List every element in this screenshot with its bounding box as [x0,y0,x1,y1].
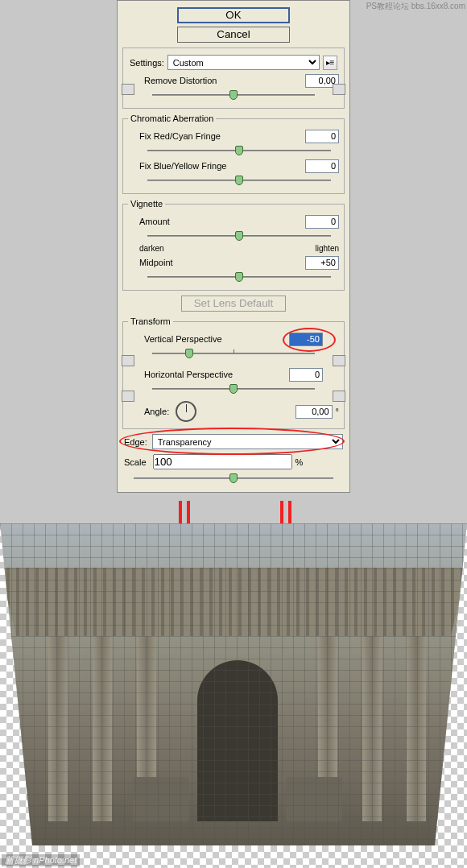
settings-group: Settings: Custom ▸≡ Remove Distortion [122,48,345,109]
vpersp-left-icon [122,355,134,366]
settings-label: Settings: [130,58,164,68]
lens-correction-dialog: OK Cancel Settings: Custom ▸≡ Remove Dis… [117,0,350,493]
vignette-midpoint-label: Midpoint [139,258,173,267]
chromatic-legend: Chromatic Aberration [128,114,216,123]
set-lens-default-button: Set Lens Default [181,296,286,312]
ok-button[interactable]: OK [177,7,290,23]
vertical-perspective-slider[interactable] [144,348,323,359]
vignette-amount-slider[interactable] [139,230,339,242]
fix-blue-yellow-input[interactable] [305,159,339,173]
vertical-perspective-label: Vertical Perspective [144,334,222,344]
vpersp-right-icon [333,355,345,366]
horizontal-perspective-slider[interactable] [144,383,323,395]
fix-red-cyan-input[interactable] [305,130,339,143]
fix-blue-yellow-slider[interactable] [139,175,339,186]
remove-distortion-left-icon [122,84,134,95]
scale-unit: % [295,457,304,467]
preview-area: 新摄影 nPhoto.net [0,523,467,868]
angle-input[interactable] [295,405,333,419]
edge-dropdown[interactable]: Transparency [152,434,343,449]
vignette-amount-input[interactable] [305,215,339,229]
transform-group: Transform Vertical Perspective Horizonta… [122,316,345,429]
hpersp-left-icon [122,391,134,402]
scale-input[interactable] [153,454,292,469]
vignette-group: Vignette Amount darken lighten Midpoint [122,199,345,291]
preview-grid [0,523,467,845]
vignette-amount-label: Amount [139,217,170,226]
angle-unit: ° [336,407,339,416]
transform-legend: Transform [128,316,173,326]
vertical-perspective-input[interactable] [289,333,323,346]
angle-label: Angle: [144,407,169,416]
watermark-bottom-left: 新摄影 nPhoto.net [2,854,80,866]
remove-distortion-right-icon [333,84,345,95]
scale-label: Scale [124,457,147,467]
chromatic-aberration-group: Chromatic Aberration Fix Red/Cyan Fringe… [122,114,345,194]
hpersp-right-icon [333,391,345,402]
settings-menu-icon[interactable]: ▸≡ [323,56,337,70]
watermark-top-right: PS教程论坛 bbs.16xx8.com [366,2,465,10]
settings-dropdown[interactable]: Custom [167,55,320,70]
fix-blue-yellow-label: Fix Blue/Yellow Fringe [139,161,226,171]
horizontal-perspective-input[interactable] [289,368,323,382]
fix-red-cyan-label: Fix Red/Cyan Fringe [139,131,221,141]
vignette-midpoint-slider[interactable] [139,271,339,283]
remove-distortion-slider[interactable] [144,89,323,101]
vignette-midpoint-input[interactable] [305,256,339,270]
scale-slider[interactable] [126,473,341,484]
remove-distortion-label: Remove Distortion [144,76,217,85]
angle-dial[interactable] [176,401,196,422]
fix-red-cyan-slider[interactable] [139,145,339,156]
edge-label: Edge: [124,437,147,447]
horizontal-perspective-label: Horizontal Perspective [144,370,233,379]
vignette-darken-label: darken [139,244,164,253]
vignette-lighten-label: lighten [316,244,339,253]
cancel-button[interactable]: Cancel [177,27,290,43]
vignette-legend: Vignette [128,199,165,209]
